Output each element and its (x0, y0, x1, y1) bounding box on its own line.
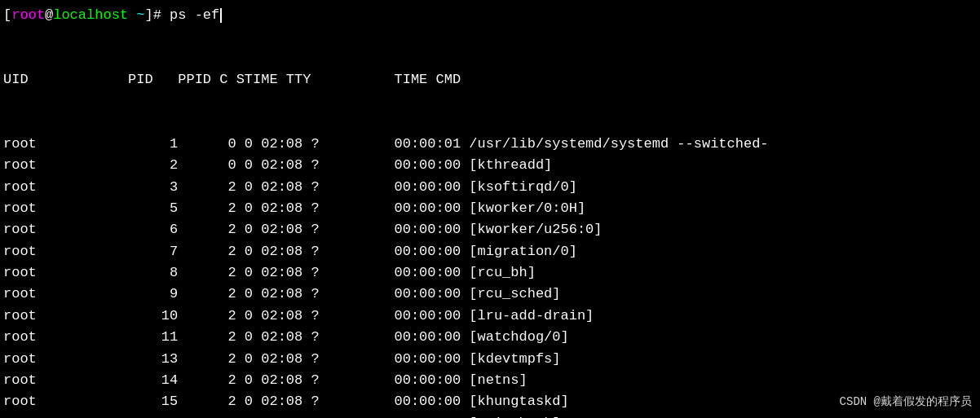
table-row: root 8 2 0 02:08 ? 00:00:00 [rcu_bh] (3, 262, 977, 284)
ps-header: UID PID PPID C STIME TTY TIME CMD (3, 69, 977, 90)
table-row: root 15 2 0 02:08 ? 00:00:00 [khungtaskd… (3, 391, 977, 412)
table-row: root 6 2 0 02:08 ? 00:00:00 [kworker/u25… (3, 219, 977, 240)
at-sign: @ (45, 5, 53, 26)
path: ~ (128, 5, 144, 26)
prompt-line: [root@localhost ~]# ps -ef (3, 5, 977, 26)
table-body: root 1 0 0 02:08 ? 00:00:01 /usr/lib/sys… (3, 134, 977, 418)
table-row: root 16 2 0 02:08 ? 00:00:00 [writeback] (3, 413, 977, 418)
user: root (11, 5, 45, 26)
table-row: root 10 2 0 02:08 ? 00:00:00 [lru-add-dr… (3, 306, 977, 327)
hostname: localhost (53, 5, 128, 26)
bracket-close: ] (144, 5, 152, 26)
table-row: root 14 2 0 02:08 ? 00:00:00 [netns] (3, 370, 977, 391)
table-row: root 11 2 0 02:08 ? 00:00:00 [watchdog/0… (3, 327, 977, 348)
table-row: root 1 0 0 02:08 ? 00:00:01 /usr/lib/sys… (3, 134, 977, 155)
bracket-open: [ (3, 5, 11, 26)
table-row: root 2 0 0 02:08 ? 00:00:00 [kthreadd] (3, 155, 977, 176)
table-row: root 3 2 0 02:08 ? 00:00:00 [ksoftirqd/0… (3, 177, 977, 198)
watermark: CSDN @戴着假发的程序员 (840, 394, 972, 411)
table-row: root 13 2 0 02:08 ? 00:00:00 [kdevtmpfs] (3, 349, 977, 370)
terminal: [root@localhost ~]# ps -ef UID PID PPID … (0, 0, 980, 418)
command-text: ps -ef (170, 5, 219, 26)
table-row: root 7 2 0 02:08 ? 00:00:00 [migration/0… (3, 241, 977, 262)
table-row: root 5 2 0 02:08 ? 00:00:00 [kworker/0:0… (3, 198, 977, 219)
ps-output: UID PID PPID C STIME TTY TIME CMD root 1… (3, 26, 977, 418)
cursor (220, 8, 222, 23)
table-row: root 9 2 0 02:08 ? 00:00:00 [rcu_sched] (3, 284, 977, 305)
hash: # (153, 5, 170, 26)
